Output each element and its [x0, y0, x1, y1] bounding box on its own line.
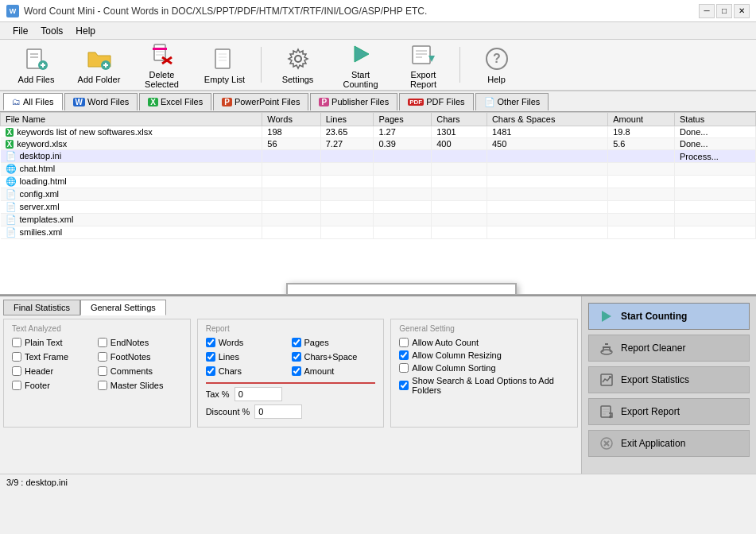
cell-status [675, 176, 756, 188]
right-report-cleaner-button[interactable]: Report Cleaner [588, 335, 750, 362]
cell-amount [608, 150, 675, 163]
col-status[interactable]: Status [675, 113, 756, 126]
table-row[interactable]: 📄smilies.xml [1, 226, 756, 239]
cell-lines [320, 188, 374, 201]
cb-comments: Comments [98, 366, 182, 376]
col-chars-spaces[interactable]: Chars & Spaces [487, 113, 607, 126]
tab-powerpoint-files-label: PowerPoint Files [235, 97, 300, 106]
title-bar: W Word Count Mini - Count Words in DOC/X… [0, 0, 756, 22]
minimize-button[interactable]: ─ [699, 4, 715, 18]
add-files-button[interactable]: Add Files [6, 43, 66, 87]
empty-list-button[interactable]: Empty List [195, 43, 254, 87]
table-row[interactable]: Xkeyword.xlsx 56 7.27 0.39 400 450 5.6 D… [1, 138, 756, 150]
cell-chars [432, 188, 487, 201]
cell-pages: 1.27 [374, 126, 432, 138]
table-row[interactable]: 📄server.xml [1, 201, 756, 214]
cell-filename: Xkeywords list of new softwares.xlsx [1, 126, 262, 138]
table-row[interactable]: 📄config.xml [1, 188, 756, 201]
cb-chars: Chars [206, 366, 290, 376]
cell-chars [432, 226, 487, 239]
file-type-tab-bar: 🗂 All Files W Word Files X Excel Files P… [0, 91, 756, 112]
table-row[interactable]: 🌐chat.html [1, 163, 756, 176]
right-start-counting-button[interactable]: Start Counting [588, 303, 750, 330]
cell-words [262, 150, 320, 163]
table-row[interactable]: 📄templates.xml [1, 214, 756, 226]
maximize-button[interactable]: □ [716, 4, 732, 18]
col-chars[interactable]: Chars [432, 113, 487, 126]
settings-button[interactable]: Settings [268, 43, 328, 87]
tab-excel-files[interactable]: X Excel Files [139, 93, 211, 110]
add-files-icon [24, 46, 49, 72]
add-folder-button[interactable]: Add Folder [69, 43, 129, 87]
tab-pdf-files[interactable]: PDF PDF Files [399, 93, 473, 110]
tab-word-files[interactable]: W Word Files [64, 93, 138, 110]
cell-lines [320, 150, 374, 163]
cb-pages: Pages [292, 338, 376, 347]
cell-status [675, 214, 756, 226]
tab-final-statistics[interactable]: Final Statistics [3, 300, 80, 315]
cell-chars-spaces [487, 150, 607, 163]
tab-pdf-files-label: PDF Files [426, 97, 464, 106]
start-counting-icon [348, 41, 374, 67]
right-exit-application-button[interactable]: Exit Application [588, 430, 750, 457]
cell-words: 56 [262, 138, 320, 150]
right-export-statistics-button[interactable]: Export Statistics [588, 366, 750, 393]
settings-panels: Text Analyzed Plain Text EndNotes Text F… [3, 319, 578, 428]
col-words[interactable]: Words [262, 113, 320, 126]
cb-header: Header [12, 366, 96, 376]
cell-lines: 23.65 [320, 126, 374, 138]
table-row[interactable]: Xkeywords list of new softwares.xlsx 198… [1, 126, 756, 138]
title-bar-left: W Word Count Mini - Count Words in DOC/X… [6, 5, 427, 17]
start-counting-button[interactable]: Start Counting [331, 43, 390, 87]
cell-status [675, 226, 756, 239]
table-row[interactable]: 📄desktop.ini Process... [1, 150, 756, 163]
report-group: Report Words Pages Lines Chars+Space Cha… [197, 319, 385, 428]
menu-tools[interactable]: Tools [34, 24, 69, 38]
delete-selected-button[interactable]: Delete Selected [132, 43, 192, 87]
tab-other-files[interactable]: 📄 Other Files [475, 93, 549, 110]
cell-status: Done... [675, 126, 756, 138]
tab-powerpoint-files[interactable]: P PowerPoint Files [213, 93, 308, 110]
help-button[interactable]: ? Help [467, 43, 526, 87]
export-report-label: Export Report [397, 70, 449, 89]
right-export-report-button[interactable]: Export Report [588, 398, 750, 425]
tax-input[interactable]: 0 [235, 387, 282, 401]
menu-file[interactable]: File [6, 24, 34, 38]
tab-other-files-icon: 📄 [484, 97, 495, 107]
close-button[interactable]: ✕ [734, 4, 750, 18]
export-report-button[interactable]: Export Report [394, 43, 453, 87]
cb-footer: Footer [12, 381, 96, 390]
start-counting-label: Start Counting [335, 70, 386, 89]
cell-chars-spaces: 450 [487, 138, 607, 150]
cell-amount [608, 201, 675, 214]
col-lines[interactable]: Lines [320, 113, 374, 126]
cb-plain-text: Plain Text [12, 338, 96, 347]
tab-all-files[interactable]: 🗂 All Files [3, 93, 63, 110]
cell-lines [320, 176, 374, 188]
cell-chars [432, 214, 487, 226]
cell-amount [608, 226, 675, 239]
tab-publisher-files[interactable]: P Publisher Files [310, 93, 397, 110]
cell-chars-spaces [487, 176, 607, 188]
cell-status: Process... [675, 150, 756, 163]
cell-status [675, 163, 756, 176]
cb-amount: Amount [292, 366, 376, 376]
table-row[interactable]: 🌐loading.html [1, 176, 756, 188]
col-pages[interactable]: Pages [374, 113, 432, 126]
tab-general-settings[interactable]: General Settings [80, 300, 166, 315]
svg-rect-21 [413, 46, 430, 64]
file-table-scroll[interactable]: File Name Words Lines Pages Chars Chars … [0, 112, 756, 239]
cell-status [675, 201, 756, 214]
cell-chars [432, 201, 487, 214]
menu-help[interactable]: Help [69, 24, 102, 38]
svg-text:?: ? [493, 52, 501, 65]
col-filename[interactable]: File Name [1, 113, 262, 126]
discount-input[interactable]: 0 [254, 404, 302, 419]
cb-master-slides: Master Slides [98, 381, 182, 390]
right-export-statistics-icon [599, 372, 614, 388]
cell-status [675, 188, 756, 201]
cell-pages [374, 188, 432, 201]
tab-pdf-files-icon: PDF [408, 99, 424, 106]
col-amount[interactable]: Amount [608, 113, 675, 126]
settings-icon [285, 46, 311, 72]
